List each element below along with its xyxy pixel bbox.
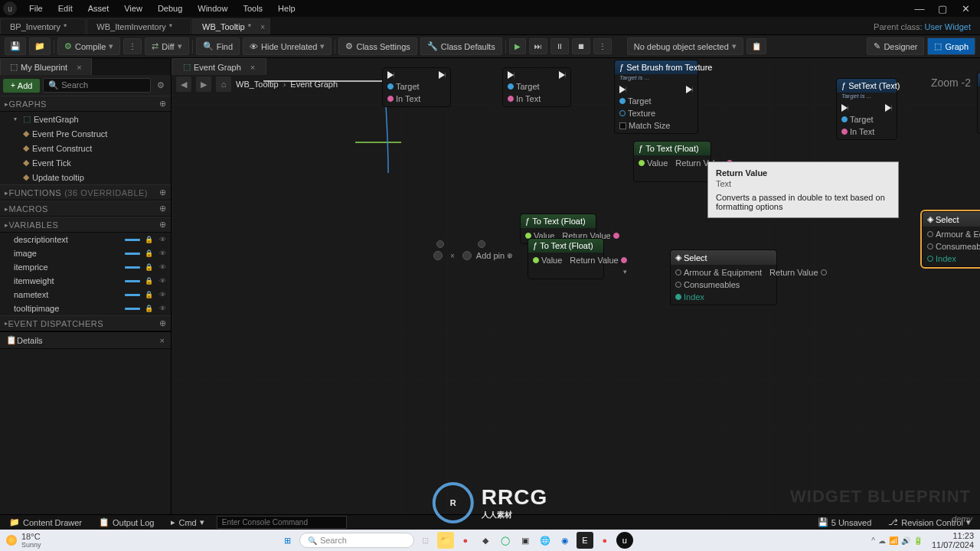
- node-settext-1[interactable]: Target In Text: [382, 67, 451, 107]
- close-panel-icon[interactable]: ×: [77, 63, 81, 72]
- app-icon-6[interactable]: ●: [596, 532, 613, 549]
- node-settext-4[interactable]: ƒSetText (Text) Target is ... Target In …: [977, 72, 980, 134]
- menu-help[interactable]: Help: [270, 4, 303, 13]
- play-button[interactable]: ▶: [509, 38, 526, 54]
- compile-button[interactable]: ⚙Compile▾: [57, 37, 120, 55]
- add-function-icon[interactable]: ⊕: [159, 187, 167, 197]
- tree-event-preconstruct[interactable]: ◆Event Pre Construct: [0, 126, 171, 141]
- menu-tools[interactable]: Tools: [235, 4, 270, 13]
- eye-icon[interactable]: 👁: [159, 236, 166, 243]
- unsaved-indicator[interactable]: 💾5 Unsaved: [813, 516, 877, 529]
- add-pin-node[interactable]: × Add pin ⊕: [433, 251, 513, 260]
- tray-wifi-icon[interactable]: 📶: [889, 536, 898, 545]
- add-graph-icon[interactable]: ⊕: [159, 99, 167, 109]
- window-minimize-button[interactable]: —: [908, 3, 931, 15]
- tray-cloud-icon[interactable]: ☁: [878, 536, 886, 545]
- tree-event-tick[interactable]: ◆Event Tick: [0, 155, 171, 170]
- explorer-icon[interactable]: 📁: [437, 532, 454, 549]
- event-graph-tab[interactable]: ⬚Event Graph×: [172, 58, 266, 75]
- tree-event-construct[interactable]: ◆Event Construct: [0, 141, 171, 155]
- debug-object-dropdown[interactable]: No debug object selected ▾: [627, 37, 743, 55]
- debug-filter-button[interactable]: 📋: [746, 38, 766, 54]
- console-input[interactable]: [217, 516, 347, 529]
- reroute-node-2[interactable]: [478, 240, 485, 248]
- close-graph-tab-icon[interactable]: ×: [250, 63, 255, 72]
- node-to-text-float-1[interactable]: ƒTo Text (Float) Value Return Value ▾: [633, 141, 711, 182]
- hide-unrelated-button[interactable]: 👁Hide Unrelated▾: [243, 37, 332, 55]
- tab-wb-tooltip[interactable]: WB_Tooltip*×: [192, 18, 270, 34]
- graph-mode-button[interactable]: ⬚Graph: [927, 37, 975, 55]
- tab-wb-iteminventory[interactable]: WB_ItemInventory*: [87, 18, 191, 34]
- section-graphs[interactable]: ▸ GRAPHS⊕: [0, 96, 171, 112]
- find-button[interactable]: 🔍Find: [196, 37, 240, 55]
- var-descriptiontext[interactable]: descriptiontext🔒👁: [0, 233, 171, 246]
- node-settext-2[interactable]: Target In Text: [502, 67, 571, 107]
- output-log-button[interactable]: 📋Output Log: [94, 516, 158, 529]
- var-nametext[interactable]: nametext🔒👁: [0, 288, 171, 302]
- add-macro-icon[interactable]: ⊕: [159, 204, 167, 214]
- node-settext-3[interactable]: ƒSetText (Text) Target is ... Target In …: [836, 78, 897, 140]
- menu-file[interactable]: File: [21, 4, 51, 13]
- node-select-2[interactable]: ◈Select Armour & Equipment 📄 Consumeable…: [922, 211, 980, 267]
- browse-button[interactable]: 📁: [29, 37, 51, 55]
- crumb-asset[interactable]: WB_Tooltip: [236, 80, 279, 89]
- node-select-1[interactable]: ◈Select Armour & Equipment Consumeables …: [670, 249, 777, 305]
- class-defaults-button[interactable]: 🔧Class Defaults: [420, 37, 502, 55]
- eject-button[interactable]: ⋮: [593, 38, 612, 54]
- epic-icon[interactable]: E: [577, 532, 593, 549]
- app-logo-icon[interactable]: u: [3, 2, 17, 15]
- menu-window[interactable]: Window: [190, 4, 235, 13]
- reroute-node-1[interactable]: [436, 240, 444, 248]
- menu-debug[interactable]: Debug: [150, 4, 190, 13]
- taskbar-clock[interactable]: 11:2311/07/2024: [932, 531, 974, 549]
- menu-edit[interactable]: Edit: [51, 4, 80, 13]
- class-settings-button[interactable]: ⚙Class Settings: [338, 37, 416, 55]
- menu-view[interactable]: View: [116, 4, 150, 13]
- tray-volume-icon[interactable]: 🔊: [901, 536, 910, 545]
- app-icon-5[interactable]: ◉: [557, 532, 573, 549]
- app-icon-3[interactable]: ◯: [497, 532, 514, 549]
- designer-mode-button[interactable]: ✎Designer: [867, 37, 924, 55]
- nav-forward-button[interactable]: ▶: [196, 77, 211, 92]
- nav-home-button[interactable]: ⌂: [216, 77, 231, 92]
- tab-bp-inventory[interactable]: BP_Inventory*: [0, 18, 86, 34]
- weather-widget[interactable]: 18°CSunny: [6, 532, 41, 549]
- parent-class-link[interactable]: User Widget: [924, 22, 971, 31]
- diff-button[interactable]: ⇄Diff▾: [145, 37, 188, 55]
- graph-canvas[interactable]: ⬚Event Graph× ◀ ▶ ⌂ WB_Tooltip › Event G…: [172, 58, 980, 514]
- var-image[interactable]: image🔒👁: [0, 246, 171, 260]
- stop-button[interactable]: ⏹: [572, 38, 590, 54]
- start-button[interactable]: ⊞: [279, 532, 296, 549]
- tree-eventgraph[interactable]: ▾⬚EventGraph: [0, 112, 171, 126]
- var-tooltipimage[interactable]: tooltipimage🔒👁: [0, 302, 171, 315]
- settings-gear-icon[interactable]: ⚙: [154, 80, 168, 90]
- app-icon-4[interactable]: ▣: [517, 532, 534, 549]
- tray-chevron-icon[interactable]: ^: [871, 536, 875, 545]
- section-dispatchers[interactable]: ▸ EVENT DISPATCHERS⊕: [0, 315, 171, 331]
- compile-options-button[interactable]: ⋮: [123, 38, 142, 54]
- close-details-icon[interactable]: ×: [160, 336, 165, 345]
- cmd-dropdown[interactable]: ▸Cmd ▾: [166, 516, 208, 529]
- content-drawer-button[interactable]: 📁Content Drawer: [5, 516, 87, 529]
- node-to-text-float-3[interactable]: ƒTo Text (Float) Value Return Value▾: [528, 238, 604, 279]
- section-functions[interactable]: ▸ FUNCTIONS (36 OVERRIDABLE)⊕: [0, 184, 171, 201]
- save-button[interactable]: 💾: [5, 37, 26, 55]
- taskbar-search[interactable]: 🔍 Search: [299, 533, 414, 548]
- details-panel-header[interactable]: 📋 Details×: [0, 332, 171, 349]
- app-icon-1[interactable]: ●: [457, 532, 474, 549]
- pause-button[interactable]: ⏸: [550, 38, 569, 54]
- crumb-graph[interactable]: Event Graph: [290, 80, 338, 89]
- add-variable-icon[interactable]: ⊕: [159, 220, 167, 230]
- node-set-brush[interactable]: ƒSet Brush from Texture Target is ... Ta…: [614, 60, 698, 134]
- tree-update-tooltip[interactable]: ◆Update tooltip: [0, 170, 171, 184]
- var-itemprice[interactable]: itemprice🔒👁: [0, 260, 171, 274]
- chrome-icon[interactable]: 🌐: [537, 532, 554, 549]
- my-blueprint-tab[interactable]: ⬚My Blueprint×: [0, 58, 92, 75]
- unreal-icon[interactable]: u: [616, 532, 633, 549]
- search-input[interactable]: 🔍 Search: [43, 78, 151, 93]
- section-macros[interactable]: ▸ MACROS⊕: [0, 201, 171, 217]
- section-variables[interactable]: ▸ VARIABLES⊕: [0, 217, 171, 233]
- var-itemweight[interactable]: itemweight🔒👁: [0, 274, 171, 288]
- window-close-button[interactable]: ✕: [954, 3, 977, 15]
- add-button[interactable]: + Add: [3, 79, 40, 93]
